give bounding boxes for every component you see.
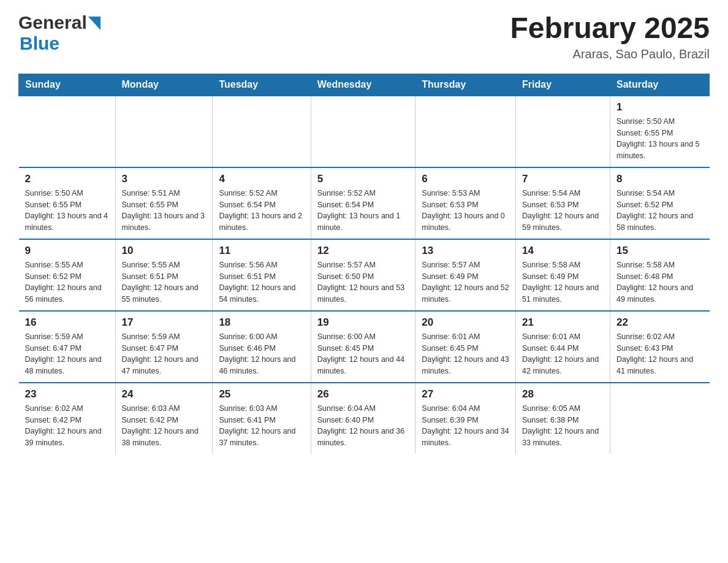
col-saturday: Saturday xyxy=(610,74,710,96)
day-number: 17 xyxy=(122,316,207,329)
logo: General Blue xyxy=(18,12,100,54)
col-friday: Friday xyxy=(516,74,610,96)
day-info: Sunrise: 5:55 AMSunset: 6:51 PMDaylight:… xyxy=(122,259,207,305)
day-info: Sunrise: 6:01 AMSunset: 6:44 PMDaylight:… xyxy=(522,331,604,377)
col-tuesday: Tuesday xyxy=(213,74,311,96)
day-info: Sunrise: 5:59 AMSunset: 6:47 PMDaylight:… xyxy=(122,331,207,377)
day-info: Sunrise: 5:59 AMSunset: 6:47 PMDaylight:… xyxy=(25,331,109,377)
calendar-cell: 28Sunrise: 6:05 AMSunset: 6:38 PMDayligh… xyxy=(516,383,610,454)
day-number: 6 xyxy=(422,173,509,185)
calendar-title: February 2025 xyxy=(510,12,710,45)
day-info: Sunrise: 6:04 AMSunset: 6:39 PMDaylight:… xyxy=(422,403,509,449)
calendar-cell: 20Sunrise: 6:01 AMSunset: 6:45 PMDayligh… xyxy=(415,311,516,383)
week-row-5: 23Sunrise: 6:02 AMSunset: 6:42 PMDayligh… xyxy=(19,383,710,454)
day-number: 7 xyxy=(522,173,604,185)
week-row-3: 9Sunrise: 5:55 AMSunset: 6:52 PMDaylight… xyxy=(19,239,710,311)
day-number: 10 xyxy=(122,245,207,257)
day-info: Sunrise: 6:02 AMSunset: 6:42 PMDaylight:… xyxy=(25,403,109,449)
day-number: 24 xyxy=(122,388,207,400)
calendar-cell: 16Sunrise: 5:59 AMSunset: 6:47 PMDayligh… xyxy=(19,311,116,383)
logo-general-text: General xyxy=(18,12,87,33)
calendar-cell xyxy=(213,96,311,167)
day-number: 3 xyxy=(122,173,207,185)
calendar-cell: 17Sunrise: 5:59 AMSunset: 6:47 PMDayligh… xyxy=(115,311,213,383)
calendar-cell: 22Sunrise: 6:02 AMSunset: 6:43 PMDayligh… xyxy=(610,311,710,383)
day-number: 20 xyxy=(422,316,509,329)
day-info: Sunrise: 6:05 AMSunset: 6:38 PMDaylight:… xyxy=(522,403,604,449)
header-row: Sunday Monday Tuesday Wednesday Thursday… xyxy=(19,74,710,96)
day-info: Sunrise: 5:51 AMSunset: 6:55 PMDaylight:… xyxy=(122,188,207,234)
calendar-cell: 15Sunrise: 5:58 AMSunset: 6:48 PMDayligh… xyxy=(610,239,710,311)
calendar-cell: 11Sunrise: 5:56 AMSunset: 6:51 PMDayligh… xyxy=(213,239,311,311)
day-info: Sunrise: 5:58 AMSunset: 6:49 PMDaylight:… xyxy=(522,259,604,305)
day-number: 18 xyxy=(219,316,304,329)
calendar-cell: 6Sunrise: 5:53 AMSunset: 6:53 PMDaylight… xyxy=(415,167,516,239)
day-number: 8 xyxy=(616,173,703,185)
calendar-cell xyxy=(311,96,415,167)
day-number: 14 xyxy=(522,245,604,257)
calendar-cell xyxy=(415,96,516,167)
day-info: Sunrise: 5:58 AMSunset: 6:48 PMDaylight:… xyxy=(616,259,703,305)
day-number: 16 xyxy=(25,316,109,329)
logo-top-row: General xyxy=(18,12,100,33)
calendar-cell xyxy=(610,383,710,454)
day-info: Sunrise: 6:03 AMSunset: 6:42 PMDaylight:… xyxy=(122,403,207,449)
day-number: 4 xyxy=(219,173,304,185)
calendar-cell: 12Sunrise: 5:57 AMSunset: 6:50 PMDayligh… xyxy=(311,239,415,311)
svg-marker-0 xyxy=(88,17,100,30)
col-monday: Monday xyxy=(115,74,213,96)
day-number: 1 xyxy=(616,101,703,113)
calendar-body: 1Sunrise: 5:50 AMSunset: 6:55 PMDaylight… xyxy=(19,96,710,454)
week-row-2: 2Sunrise: 5:50 AMSunset: 6:55 PMDaylight… xyxy=(19,167,710,239)
day-info: Sunrise: 6:01 AMSunset: 6:45 PMDaylight:… xyxy=(422,331,509,377)
day-info: Sunrise: 6:00 AMSunset: 6:46 PMDaylight:… xyxy=(219,331,304,377)
day-info: Sunrise: 5:57 AMSunset: 6:49 PMDaylight:… xyxy=(422,259,509,305)
week-row-4: 16Sunrise: 5:59 AMSunset: 6:47 PMDayligh… xyxy=(19,311,710,383)
day-info: Sunrise: 5:52 AMSunset: 6:54 PMDaylight:… xyxy=(219,188,304,234)
day-info: Sunrise: 5:57 AMSunset: 6:50 PMDaylight:… xyxy=(317,259,409,305)
day-info: Sunrise: 5:55 AMSunset: 6:52 PMDaylight:… xyxy=(25,259,109,305)
calendar-cell: 9Sunrise: 5:55 AMSunset: 6:52 PMDaylight… xyxy=(19,239,116,311)
day-number: 9 xyxy=(25,245,109,257)
calendar-cell: 4Sunrise: 5:52 AMSunset: 6:54 PMDaylight… xyxy=(213,167,311,239)
calendar-cell: 3Sunrise: 5:51 AMSunset: 6:55 PMDaylight… xyxy=(115,167,213,239)
day-number: 2 xyxy=(25,173,109,185)
calendar-cell: 18Sunrise: 6:00 AMSunset: 6:46 PMDayligh… xyxy=(213,311,311,383)
calendar-cell: 26Sunrise: 6:04 AMSunset: 6:40 PMDayligh… xyxy=(311,383,415,454)
day-number: 26 xyxy=(317,388,409,400)
page-header: General Blue February 2025 Araras, Sao P… xyxy=(18,12,710,61)
day-info: Sunrise: 6:02 AMSunset: 6:43 PMDaylight:… xyxy=(616,331,703,377)
col-thursday: Thursday xyxy=(415,74,516,96)
calendar-header: Sunday Monday Tuesday Wednesday Thursday… xyxy=(19,74,710,96)
calendar-cell: 24Sunrise: 6:03 AMSunset: 6:42 PMDayligh… xyxy=(115,383,213,454)
calendar-cell xyxy=(115,96,213,167)
day-info: Sunrise: 5:52 AMSunset: 6:54 PMDaylight:… xyxy=(317,188,409,234)
week-row-1: 1Sunrise: 5:50 AMSunset: 6:55 PMDaylight… xyxy=(19,96,710,167)
day-number: 25 xyxy=(219,388,304,400)
col-wednesday: Wednesday xyxy=(311,74,415,96)
day-info: Sunrise: 5:56 AMSunset: 6:51 PMDaylight:… xyxy=(219,259,304,305)
calendar-cell xyxy=(516,96,610,167)
day-number: 12 xyxy=(317,245,409,257)
calendar-cell: 25Sunrise: 6:03 AMSunset: 6:41 PMDayligh… xyxy=(213,383,311,454)
day-number: 19 xyxy=(317,316,409,329)
day-number: 23 xyxy=(25,388,109,400)
day-number: 5 xyxy=(317,173,409,185)
day-info: Sunrise: 6:00 AMSunset: 6:45 PMDaylight:… xyxy=(317,331,409,377)
day-number: 21 xyxy=(522,316,604,329)
day-info: Sunrise: 6:03 AMSunset: 6:41 PMDaylight:… xyxy=(219,403,304,449)
calendar-cell: 10Sunrise: 5:55 AMSunset: 6:51 PMDayligh… xyxy=(115,239,213,311)
day-number: 15 xyxy=(616,245,703,257)
day-number: 22 xyxy=(616,316,703,329)
day-number: 27 xyxy=(422,388,509,400)
calendar-cell: 13Sunrise: 5:57 AMSunset: 6:49 PMDayligh… xyxy=(415,239,516,311)
calendar-cell xyxy=(19,96,116,167)
day-info: Sunrise: 5:50 AMSunset: 6:55 PMDaylight:… xyxy=(25,188,109,234)
calendar-cell: 5Sunrise: 5:52 AMSunset: 6:54 PMDaylight… xyxy=(311,167,415,239)
calendar-cell: 2Sunrise: 5:50 AMSunset: 6:55 PMDaylight… xyxy=(19,167,116,239)
calendar-cell: 14Sunrise: 5:58 AMSunset: 6:49 PMDayligh… xyxy=(516,239,610,311)
calendar-cell: 7Sunrise: 5:54 AMSunset: 6:53 PMDaylight… xyxy=(516,167,610,239)
calendar-cell: 23Sunrise: 6:02 AMSunset: 6:42 PMDayligh… xyxy=(19,383,116,454)
calendar-cell: 1Sunrise: 5:50 AMSunset: 6:55 PMDaylight… xyxy=(610,96,710,167)
calendar-cell: 21Sunrise: 6:01 AMSunset: 6:44 PMDayligh… xyxy=(516,311,610,383)
